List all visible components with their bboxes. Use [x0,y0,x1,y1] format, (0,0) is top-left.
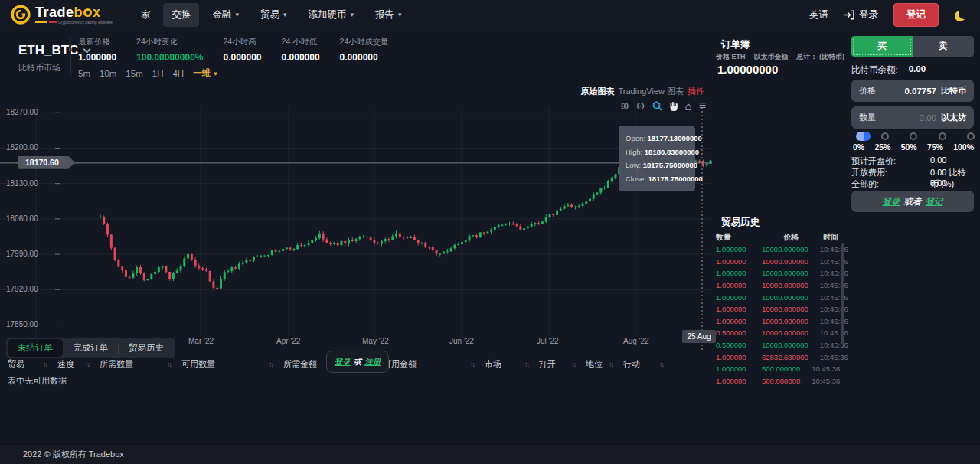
info-value: 0.00 [930,178,946,188]
trade-time: 10:45:36 [800,364,840,373]
x-axis-label: May '22 [362,337,389,345]
market-stat-4: 24 小时低0.000000 [282,37,320,63]
chevron-down-icon: ▾ [398,11,402,18]
stat-label: 最新价格 [78,37,116,47]
trade-amount: 1.000000 [716,269,762,277]
sort-icon: ↑↓ [524,361,528,368]
trade-history-row: 1.00000062832.63000010:45:36 [716,351,838,363]
trade-amount: 1.000000 [716,257,762,266]
market-stat-3: 24小时高0.000000 [223,37,261,63]
slider-stop-50%[interactable] [910,132,917,140]
sort-column-9[interactable]: 地位↑↓ [586,358,612,370]
slider-stop-0%[interactable] [856,132,871,141]
logo[interactable]: Tradebx Cryptocurrency trading software [11,5,113,25]
y-axis-label: 17850.00 [6,320,38,328]
tab-1[interactable]: 未结订单 [8,339,63,357]
nav-item-label: 交换 [172,8,191,21]
sort-icon: ↑↓ [167,361,171,368]
register-link-small[interactable]: 注册 [364,357,381,368]
sort-column-6[interactable]: 可用金额↑↓ [383,358,474,370]
trade-history-title: 贸易历史 [721,216,760,229]
orders-auth-prompt[interactable]: 登录 或 注册 [326,351,389,373]
nav-item-2[interactable]: 交换 [163,3,199,27]
column-label: 可用数量 [181,358,215,370]
sort-column-7[interactable]: 市场↑↓ [485,358,528,370]
trade-price: 10000.000000 [762,317,808,325]
th-col-3: 时间 [799,232,838,243]
timeframe-10m[interactable]: 10m [100,69,116,78]
login-link-small[interactable]: 登录 [335,357,351,368]
timeframe-5m[interactable]: 5m [78,69,90,78]
tab-3[interactable]: 贸易历史 [119,339,174,357]
trade-amount: 1.000000 [716,293,762,302]
y-axis-label: 17920.00 [6,285,38,293]
trade-price: 10000.000000 [762,293,808,302]
tab-2[interactable]: 完成订单 [63,339,118,357]
trade-amount: 1.000000 [716,245,762,253]
nav-item-1[interactable]: 家 [132,3,159,27]
chevron-down-icon: ▾ [283,11,287,18]
x-axis-label: Jul '22 [537,337,559,345]
sort-column-3[interactable]: 所需数量↑↓ [100,358,171,370]
stat-value: 100.00000000% [136,52,203,63]
slider-stop-100%[interactable] [967,132,975,140]
trade-history-row: 1.00000010000.00000010:45:36 [716,243,838,256]
original-chart-link[interactable]: 原始图表 [580,86,614,97]
trade-info-row-1: 预计开盘价:0.00 [851,155,974,167]
info-label: 全部的: [851,179,879,188]
trade-price: 500.000000 [762,364,800,373]
trade-price: 10000.000000 [762,281,808,289]
chart-canvas[interactable] [0,107,712,351]
scrollbar-thumb[interactable] [841,243,844,345]
tradingview-chart-link[interactable]: TradingView 图表 [618,86,684,97]
timeframe-4H[interactable]: 4H [172,69,184,78]
language-switcher[interactable]: 英语 [809,8,828,21]
slider-label-50%: 50% [901,142,917,152]
plugin-link[interactable]: 插件 [688,86,704,97]
sort-icon: ↑↓ [609,361,612,368]
register-button[interactable]: 登记 [893,3,939,27]
nav-item-3[interactable]: 金融▾ [204,3,247,27]
login-link[interactable]: 登录 [844,8,878,21]
divider [70,38,71,75]
y-axis-label: 18130.00 [6,179,38,188]
nav-item-label: 贸易 [260,8,279,21]
slider-stop-75%[interactable] [939,132,946,140]
slider-stop-25%[interactable] [881,132,889,140]
sort-column-1[interactable]: 贸易↑↓ [8,358,47,370]
slider-labels: 0%25%50%75%100% [853,142,974,152]
copyright-text: 2022 © 版权所有 Tradebox [23,449,124,460]
nav-item-6[interactable]: 报告▾ [367,3,410,27]
candlestick-chart[interactable]: Open: 18177.13000000 High: 18180.8300000… [0,107,712,351]
logo-icon [11,5,31,25]
timeframe-1H[interactable]: 1H [152,69,164,78]
stat-value: 0.000000 [282,52,320,63]
amount-input[interactable]: 数量 0.00 以太坊 [851,106,974,129]
trade-time: 10:45:36 [808,353,848,361]
trade-amount: 1.000000 [716,317,762,325]
nav-item-label: 家 [141,8,151,21]
theme-toggle[interactable] [954,7,969,22]
buy-tab-button[interactable]: 买 [851,36,913,57]
timeframe-15m[interactable]: 15m [126,69,142,78]
trade-amount: 0.500000 [716,341,762,349]
price-input[interactable]: 价格 0.07757 比特币 [851,80,974,102]
sort-column-8[interactable]: 打开↑↓ [539,358,575,370]
trade-history-row: 0.50000010000.00000010:45:36 [716,327,838,339]
sell-tab-button[interactable]: 卖 [913,36,974,57]
nav-item-4[interactable]: 贸易▾ [252,3,296,27]
stat-label: 24 小时低 [282,37,320,47]
trade-history-row: 1.00000010000.00000010:45:36 [716,267,838,279]
balance-row: 比特币余额:0.00 [851,64,926,76]
sort-column-2[interactable]: 速度↑↓ [57,358,89,370]
timeframe-selector[interactable]: 一维▾ [193,67,217,79]
trade-history-row: 1.00000010000.00000010:45:36 [716,303,838,315]
sort-column-10[interactable]: 行动↑↓ [623,358,663,370]
info-label: 开放费用: [851,168,887,177]
trade-auth-button[interactable]: 登录 或者 登记 [851,191,974,212]
amount-slider[interactable] [856,132,971,141]
sort-column-4[interactable]: 可用数量↑↓ [181,358,273,370]
nav-item-label: 金融 [212,8,231,21]
nav-item-5[interactable]: 添加硬币▾ [299,3,362,27]
x-axis-label: Jun '22 [449,337,474,345]
